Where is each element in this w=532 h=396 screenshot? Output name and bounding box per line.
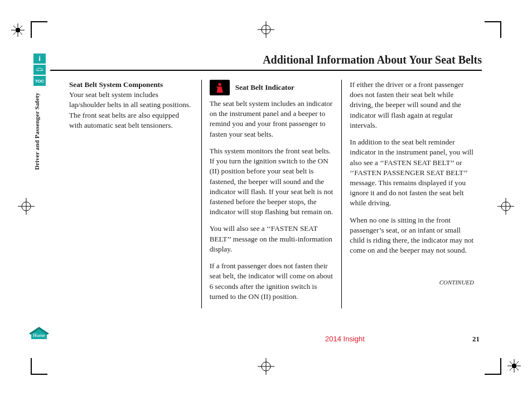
svg-line-17	[13, 26, 16, 28]
crop-mark	[31, 358, 47, 375]
svg-point-21	[512, 364, 516, 368]
svg-point-9	[501, 202, 510, 211]
col1-heading: Seat Belt System Components	[69, 80, 163, 89]
svg-line-20	[20, 26, 22, 28]
toc-button[interactable]: TOC	[33, 76, 46, 86]
nav-icon-strip: i TOC Driver and Passenger Safety	[33, 54, 46, 170]
crop-mark	[485, 358, 501, 375]
col3-p2: In addition to the seat belt reminder in…	[350, 137, 474, 209]
col2-p3: You will also see a ‘‘FASTEN SEAT BELT’’…	[210, 224, 334, 254]
registration-cross-icon	[18, 198, 35, 215]
col1-p1: Your seat belt system includes lap/shoul…	[69, 90, 191, 129]
page-content: Additional Information About Your Seat B…	[50, 54, 482, 342]
footer-page-number: 21	[472, 335, 480, 344]
svg-point-3	[262, 362, 270, 371]
car-button[interactable]	[33, 65, 46, 75]
svg-point-31	[41, 70, 42, 71]
car-icon	[36, 65, 43, 74]
home-button[interactable]: Home	[29, 327, 49, 340]
col2-indicator-heading: Seat Belt Indicator	[235, 83, 294, 93]
column-2: Seat Belt Indicator The seat belt system…	[202, 80, 342, 308]
svg-point-34	[218, 83, 221, 86]
svg-point-6	[22, 202, 31, 211]
col2-p2: This system monitors the front seat belt…	[210, 146, 334, 218]
registration-cross-icon	[497, 198, 514, 215]
crop-mark	[485, 21, 501, 38]
info-icon: i	[38, 54, 41, 63]
svg-line-18	[20, 32, 22, 35]
registration-radial-icon	[506, 358, 522, 374]
svg-line-19	[13, 32, 16, 35]
svg-line-27	[516, 368, 519, 370]
col3-p1: If either the driver or a front passenge…	[350, 80, 474, 131]
col3-p3: When no one is sitting in the front pass…	[350, 215, 474, 256]
crop-mark	[31, 21, 47, 38]
page-title: Additional Information About Your Seat B…	[50, 54, 482, 71]
svg-line-28	[510, 368, 512, 370]
svg-line-29	[516, 361, 519, 364]
page-footer: 2014 Insight 21	[50, 335, 482, 344]
column-3: If either the driver or a front passenge…	[342, 80, 482, 308]
svg-point-30	[37, 70, 38, 71]
continued-label: CONTINUED	[350, 278, 474, 287]
registration-cross-icon	[258, 21, 274, 38]
svg-point-0	[262, 25, 270, 34]
home-label: Home	[33, 332, 45, 338]
section-tab-label: Driver and Passenger Safety	[33, 93, 46, 170]
footer-model: 2014 Insight	[325, 335, 365, 343]
svg-line-26	[510, 361, 512, 364]
seatbelt-indicator-icon	[210, 80, 230, 95]
col2-p4: If a front passenger does not fasten the…	[210, 261, 334, 302]
column-1: Seat Belt System Components Your seat be…	[50, 80, 201, 308]
registration-radial-icon	[10, 22, 26, 38]
svg-point-12	[16, 28, 20, 32]
info-button[interactable]: i	[33, 54, 46, 64]
col2-p1: The seat belt system includes an indicat…	[210, 99, 334, 139]
registration-cross-icon	[258, 358, 274, 375]
